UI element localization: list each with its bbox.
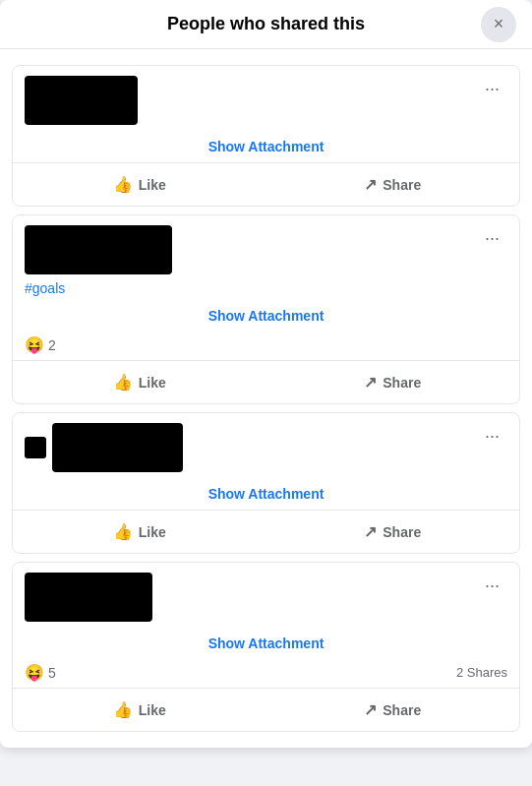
- post-card-4: ··· Show Attachment 😝 5 2 Shares 👍 Like …: [12, 562, 520, 732]
- post-header-4: ···: [13, 563, 519, 628]
- post-user-info-3: [25, 423, 183, 472]
- like-button-4[interactable]: 👍 Like: [17, 693, 263, 727]
- show-attachment-4[interactable]: Show Attachment: [13, 628, 519, 659]
- modal: People who shared this × ··· Show Attach…: [0, 0, 532, 748]
- reactions-row-2: 😝 2: [13, 332, 519, 360]
- posts-container: ··· Show Attachment 👍 Like ↗ Share ·: [0, 49, 532, 748]
- like-label-3: Like: [139, 524, 166, 540]
- like-icon-1: 👍: [113, 175, 133, 194]
- share-button-2[interactable]: ↗ Share: [270, 365, 516, 399]
- more-options-button-1[interactable]: ···: [477, 76, 507, 101]
- share-label-3: Share: [383, 524, 421, 540]
- reaction-count-2: 2: [48, 337, 56, 353]
- show-attachment-2[interactable]: Show Attachment: [13, 300, 519, 332]
- show-attachment-1[interactable]: Show Attachment: [13, 131, 519, 162]
- share-label-2: Share: [383, 375, 421, 391]
- reaction-emoji-4: 😝: [25, 663, 44, 682]
- like-label-2: Like: [139, 375, 166, 391]
- post-actions-1: 👍 Like ↗ Share: [13, 162, 519, 206]
- avatar-3: [52, 423, 183, 472]
- more-options-button-3[interactable]: ···: [477, 423, 507, 449]
- more-options-button-2[interactable]: ···: [477, 225, 507, 251]
- like-button-2[interactable]: 👍 Like: [17, 365, 263, 399]
- share-icon-2: ↗: [364, 373, 377, 392]
- avatar-2: [25, 225, 172, 274]
- like-icon-2: 👍: [113, 373, 133, 392]
- reactions-left-4: 😝 5: [25, 663, 56, 682]
- avatar-1: [25, 76, 138, 125]
- modal-title: People who shared this: [167, 14, 365, 34]
- more-options-button-4[interactable]: ···: [477, 573, 507, 598]
- modal-header: People who shared this ×: [0, 0, 532, 49]
- share-icon-4: ↗: [364, 700, 377, 719]
- share-button-4[interactable]: ↗ Share: [270, 693, 516, 727]
- share-icon-3: ↗: [364, 522, 377, 541]
- like-icon-4: 👍: [113, 700, 133, 719]
- like-icon-3: 👍: [113, 522, 133, 541]
- post-card-3: ··· Show Attachment 👍 Like ↗ Share: [12, 412, 520, 554]
- like-button-1[interactable]: 👍 Like: [17, 167, 263, 202]
- post-card-2: ··· #goals Show Attachment 😝 2 👍 Like ↗ …: [12, 214, 520, 404]
- post-header-2: ···: [13, 215, 519, 280]
- share-button-1[interactable]: ↗ Share: [270, 167, 516, 202]
- share-icon-1: ↗: [364, 175, 377, 194]
- post-header-3: ···: [13, 413, 519, 478]
- reaction-emoji-2: 😝: [25, 335, 44, 354]
- shares-count-4: 2 Shares: [456, 665, 507, 680]
- share-button-3[interactable]: ↗ Share: [270, 514, 516, 549]
- post-card-1: ··· Show Attachment 👍 Like ↗ Share: [12, 65, 520, 207]
- reactions-left-2: 😝 2: [25, 335, 56, 354]
- share-label-4: Share: [383, 702, 421, 718]
- show-attachment-3[interactable]: Show Attachment: [13, 478, 519, 510]
- post-user-info-4: [25, 573, 152, 622]
- post-actions-3: 👍 Like ↗ Share: [13, 510, 519, 553]
- post-tag-2: #goals: [13, 280, 519, 300]
- close-button[interactable]: ×: [481, 7, 516, 42]
- like-label-4: Like: [139, 702, 166, 718]
- reaction-count-4: 5: [48, 665, 56, 681]
- post-actions-4: 👍 Like ↗ Share: [13, 688, 519, 731]
- post-header-1: ···: [13, 66, 519, 131]
- like-label-1: Like: [139, 177, 166, 193]
- post-user-info-2: [25, 225, 172, 274]
- share-label-1: Share: [383, 177, 421, 193]
- like-button-3[interactable]: 👍 Like: [17, 514, 263, 549]
- post-user-info-1: [25, 76, 138, 125]
- avatar-4: [25, 573, 152, 622]
- reactions-row-4: 😝 5 2 Shares: [13, 659, 519, 688]
- post-actions-2: 👍 Like ↗ Share: [13, 360, 519, 403]
